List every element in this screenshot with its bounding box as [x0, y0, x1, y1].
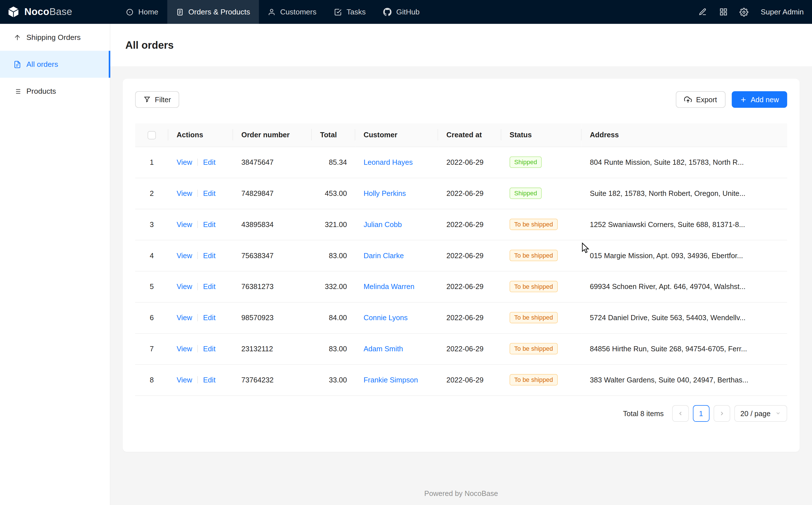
order-number-cell: 75638347: [233, 240, 312, 271]
order-number-cell: 38475647: [233, 147, 312, 178]
add-new-button-label: Add new: [751, 96, 779, 104]
settings-button[interactable]: [735, 3, 754, 21]
filter-button[interactable]: Filter: [135, 91, 179, 108]
select-all-header: [135, 124, 168, 147]
customer-link[interactable]: Frankie Simpson: [363, 376, 418, 384]
actions-cell: ViewEdit: [168, 147, 233, 178]
status-cell: To be shipped: [501, 240, 582, 271]
export-button[interactable]: Export: [676, 91, 726, 108]
edit-link[interactable]: Edit: [203, 220, 216, 228]
customer-link[interactable]: Connie Lyons: [363, 313, 408, 322]
home-icon: [126, 8, 133, 16]
row-index: 3: [135, 209, 168, 240]
table-body: 1 ViewEdit 38475647 85.34 Leonard Hayes …: [135, 147, 787, 395]
edit-link[interactable]: Edit: [203, 376, 216, 384]
nav-item-customers[interactable]: Customers: [259, 0, 325, 24]
customer-link[interactable]: Julian Cobb: [363, 220, 402, 228]
customer-cell: Julian Cobb: [355, 209, 438, 240]
status-badge: To be shipped: [510, 374, 558, 385]
row-index: 2: [135, 178, 168, 209]
table-row: 1 ViewEdit 38475647 85.34 Leonard Hayes …: [135, 147, 787, 178]
cloud-upload-icon: [684, 96, 692, 103]
view-link[interactable]: View: [177, 344, 192, 353]
column-header-actions: Actions: [168, 124, 233, 147]
app-viewport: NocoBase Home Orders & Products Customer…: [0, 0, 812, 505]
status-badge: To be shipped: [510, 343, 558, 354]
view-link[interactable]: View: [177, 251, 192, 260]
created-at-cell: 2022-06-29: [438, 178, 501, 209]
view-link[interactable]: View: [177, 189, 192, 197]
created-at-cell: 2022-06-29: [438, 147, 501, 178]
total-cell: 83.00: [312, 333, 355, 364]
navbar-right: Super Admin: [694, 0, 812, 24]
order-number-cell: 43895834: [233, 209, 312, 240]
view-link[interactable]: View: [177, 220, 192, 228]
column-header-address: Address: [582, 124, 787, 147]
edit-link[interactable]: Edit: [203, 251, 216, 260]
status-cell: To be shipped: [501, 271, 582, 302]
customer-link[interactable]: Melinda Warren: [363, 283, 415, 291]
customers-icon: [268, 8, 275, 16]
select-all-checkbox[interactable]: [148, 131, 156, 139]
edit-link[interactable]: Edit: [203, 313, 216, 322]
customer-cell: Darin Clarke: [355, 240, 438, 271]
ui-editor-button[interactable]: [694, 3, 712, 21]
view-link[interactable]: View: [177, 158, 192, 166]
plugins-button[interactable]: [714, 3, 733, 21]
edit-link[interactable]: Edit: [203, 283, 216, 291]
edit-link[interactable]: Edit: [203, 158, 216, 166]
nav-item-tasks[interactable]: Tasks: [325, 0, 374, 24]
edit-link[interactable]: Edit: [203, 189, 216, 197]
pagination-prev-button[interactable]: [672, 405, 689, 422]
nav-item-orders-products[interactable]: Orders & Products: [167, 0, 259, 24]
page-size-select[interactable]: 20 / page: [734, 405, 787, 422]
view-link[interactable]: View: [177, 313, 192, 322]
pagination-next-button[interactable]: [714, 405, 730, 422]
customer-link[interactable]: Darin Clarke: [363, 251, 404, 260]
total-cell: 321.00: [312, 209, 355, 240]
actions-cell: ViewEdit: [168, 302, 233, 333]
customer-link[interactable]: Holly Perkins: [363, 189, 406, 197]
address-cell: 5724 Daniel Drive, Suite 563, 54403, Wen…: [582, 302, 787, 333]
pagination-page-1[interactable]: 1: [693, 405, 709, 422]
nav-item-github[interactable]: GitHub: [374, 0, 429, 24]
nav-item-label: Tasks: [346, 8, 366, 16]
status-badge: To be shipped: [510, 218, 558, 230]
table-row: 4 ViewEdit 75638347 83.00 Darin Clarke 2…: [135, 240, 787, 271]
status-badge: To be shipped: [510, 281, 558, 292]
total-cell: 83.00: [312, 240, 355, 271]
customer-link[interactable]: Leonard Hayes: [363, 158, 413, 166]
view-link[interactable]: View: [177, 376, 192, 384]
status-cell: To be shipped: [501, 209, 582, 240]
total-cell: 84.00: [312, 302, 355, 333]
pagination: Total 8 items 1 20 / page: [135, 405, 787, 422]
sidebar-item-all-orders[interactable]: All orders: [0, 51, 110, 77]
address-cell: 804 Runte Mission, Suite 182, 15783, Nor…: [582, 147, 787, 178]
status-cell: To be shipped: [501, 302, 582, 333]
row-index: 4: [135, 240, 168, 271]
row-index: 7: [135, 333, 168, 364]
address-cell: 69934 Schoen River, Apt. 646, 49704, Wal…: [582, 271, 787, 302]
user-menu[interactable]: Super Admin: [761, 8, 804, 16]
sidebar-item-shipping-orders[interactable]: Shipping Orders: [0, 24, 110, 51]
add-new-button[interactable]: Add new: [731, 91, 787, 108]
view-link[interactable]: View: [177, 283, 192, 291]
order-number-cell: 98570923: [233, 302, 312, 333]
address-cell: 84856 Hirthe Run, Suite 268, 94754-6705,…: [582, 333, 787, 364]
address-cell: 015 Margie Mission, Apt. 093, 34936, Ebe…: [582, 240, 787, 271]
action-divider: [198, 190, 198, 197]
column-header-customer: Customer: [355, 124, 438, 147]
column-header-total: Total: [312, 124, 355, 147]
sidebar-item-products[interactable]: Products: [0, 78, 110, 105]
row-index: 6: [135, 302, 168, 333]
nav-item-home[interactable]: Home: [117, 0, 167, 24]
brand[interactable]: NocoBase: [0, 0, 110, 24]
created-at-cell: 2022-06-29: [438, 364, 501, 395]
status-badge: To be shipped: [510, 250, 558, 261]
order-number-cell: 23132112: [233, 333, 312, 364]
customer-link[interactable]: Adam Smith: [363, 344, 403, 353]
row-index: 1: [135, 147, 168, 178]
edit-link[interactable]: Edit: [203, 344, 216, 353]
status-badge: Shipped: [510, 157, 542, 168]
column-header-status: Status: [501, 124, 582, 147]
